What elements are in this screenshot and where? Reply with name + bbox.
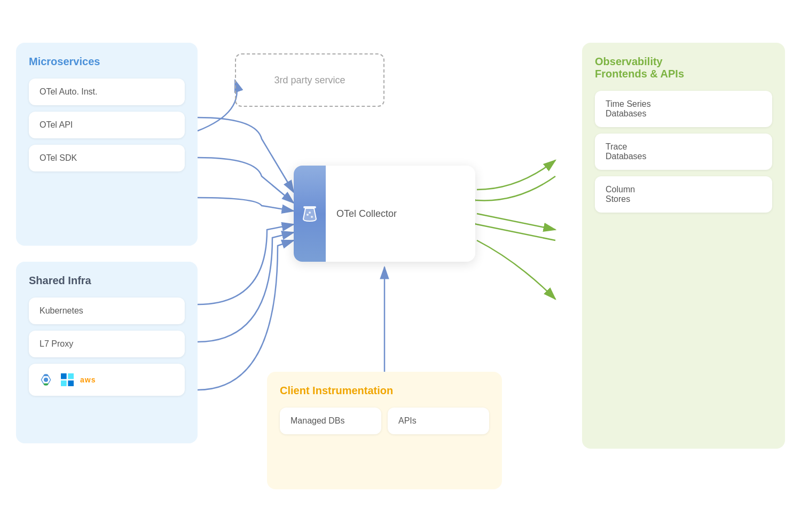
gcp-icon [37, 371, 54, 388]
client-instrumentation-title: Client Instrumentation [280, 385, 489, 397]
otel-api-card: OTel API [29, 112, 185, 138]
managed-dbs-card: Managed DBs [280, 408, 381, 434]
microservices-section: Microservices OTel Auto. Inst. OTel API … [16, 43, 198, 246]
shared-infra-title: Shared Infra [29, 275, 185, 287]
time-series-card: Time Series Databases [595, 91, 772, 127]
svg-point-12 [309, 212, 311, 214]
svg-rect-5 [61, 373, 67, 379]
svg-point-4 [44, 378, 48, 382]
svg-rect-7 [61, 380, 67, 386]
l7-proxy-card: L7 Proxy [29, 331, 185, 357]
observability-title: Observability Frontends & APIs [595, 56, 772, 80]
trace-databases-card: Trace Databases [595, 134, 772, 170]
otel-auto-card: OTel Auto. Inst. [29, 79, 185, 105]
client-instrumentation-section: Client Instrumentation Managed DBs APIs [267, 372, 502, 489]
client-instrumentation-cards: Managed DBs APIs [280, 408, 489, 434]
otel-collector: OTel Collector [294, 166, 475, 262]
shared-infra-section: Shared Infra Kubernetes L7 Proxy aws [16, 262, 198, 443]
third-party-service: 3rd party service [235, 53, 384, 107]
collector-icon [300, 204, 319, 223]
svg-rect-6 [68, 373, 74, 379]
kubernetes-card: Kubernetes [29, 298, 185, 324]
azure-icon [59, 371, 76, 388]
otel-collector-label: OTel Collector [326, 198, 475, 230]
observability-section: Observability Frontends & APIs Time Seri… [582, 43, 785, 449]
svg-rect-8 [68, 380, 74, 386]
column-stores-card: Column Stores [595, 176, 772, 213]
aws-label: aws [80, 375, 96, 384]
otel-collector-sidebar [294, 166, 326, 262]
microservices-title: Microservices [29, 56, 185, 68]
svg-point-11 [311, 216, 313, 218]
apis-card: APIs [388, 408, 489, 434]
svg-point-10 [307, 214, 309, 216]
otel-sdk-card: OTel SDK [29, 145, 185, 171]
diagram-container: Microservices OTel Auto. Inst. OTel API … [0, 0, 801, 532]
cloud-providers-card: aws [29, 364, 185, 396]
